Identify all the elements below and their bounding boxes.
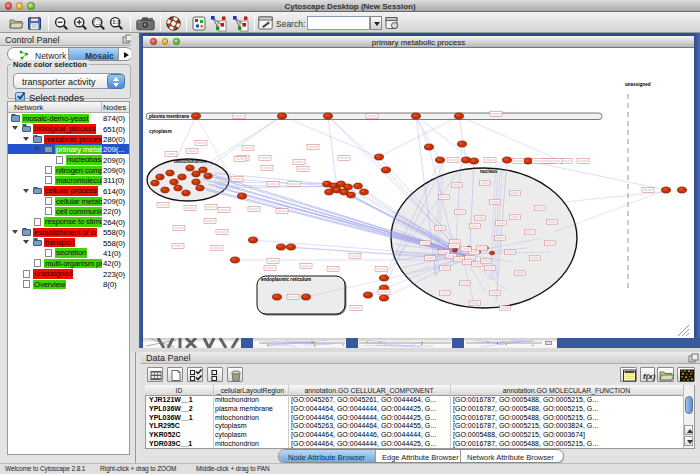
svg-text:cytoplasm: cytoplasm <box>149 129 172 134</box>
svg-text:f(x): f(x) <box>643 372 656 381</box>
svg-text:endoplasmic reticulum: endoplasmic reticulum <box>261 277 311 282</box>
svg-text:mitochondrion: mitochondrion <box>174 159 206 164</box>
svg-text:unassigned: unassigned <box>625 82 651 87</box>
svg-text:plasma membrane: plasma membrane <box>149 114 190 119</box>
svg-text:1:1: 1:1 <box>112 19 120 25</box>
